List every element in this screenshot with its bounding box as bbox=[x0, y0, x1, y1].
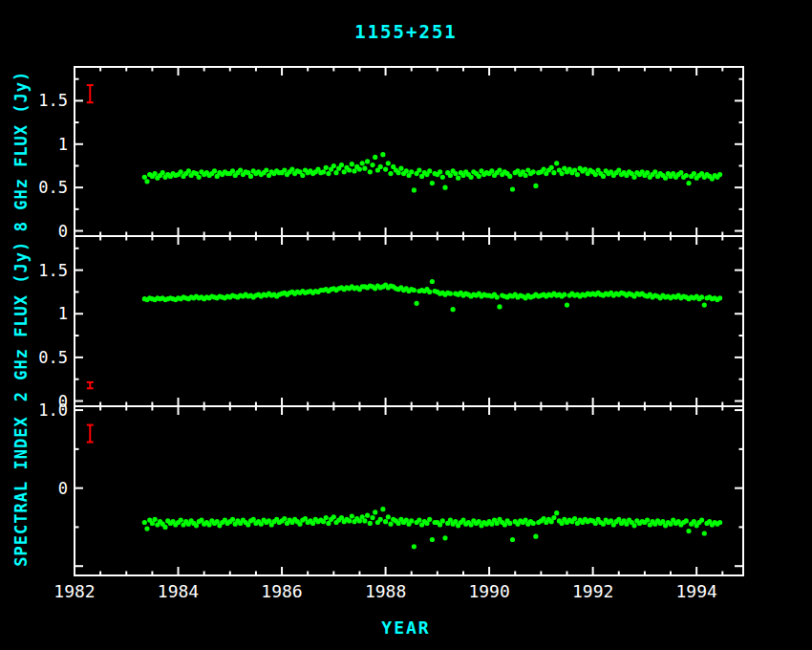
data-point bbox=[238, 167, 243, 172]
data-point bbox=[162, 525, 167, 530]
data-point bbox=[409, 518, 414, 523]
data-point bbox=[663, 176, 668, 181]
data-point bbox=[469, 175, 474, 180]
data-point bbox=[575, 172, 580, 177]
data-point bbox=[373, 509, 377, 514]
x-tick-label: 1984 bbox=[158, 581, 199, 601]
y-tick-label: 0.5 bbox=[38, 348, 68, 367]
data-point bbox=[583, 167, 588, 172]
data-point bbox=[645, 170, 650, 175]
data-point bbox=[427, 517, 432, 522]
data-point bbox=[565, 303, 569, 308]
data-point bbox=[686, 181, 691, 185]
data-point bbox=[347, 518, 352, 523]
data-point bbox=[417, 167, 421, 172]
light-curve-figure: 1155+251 8 GHz FLUX (Jy) 2 GHz FLUX (Jy)… bbox=[0, 0, 812, 650]
data-point bbox=[440, 175, 445, 180]
data-point bbox=[373, 155, 377, 160]
data-point bbox=[684, 173, 689, 178]
data-point bbox=[453, 171, 458, 176]
panel-frame bbox=[75, 406, 743, 575]
data-point bbox=[153, 517, 158, 522]
data-point bbox=[507, 174, 512, 179]
data-point bbox=[197, 175, 202, 180]
data-point bbox=[388, 171, 393, 176]
data-point bbox=[230, 168, 235, 173]
data-point bbox=[448, 173, 453, 178]
data-point bbox=[186, 168, 191, 173]
data-point bbox=[212, 168, 217, 173]
data-point bbox=[144, 527, 149, 531]
data-point bbox=[427, 168, 432, 173]
data-point bbox=[631, 523, 636, 528]
y-tick-label: 1.0 bbox=[38, 401, 68, 420]
data-point bbox=[456, 176, 460, 181]
data-point bbox=[144, 179, 149, 184]
data-point bbox=[347, 167, 352, 172]
data-point bbox=[417, 518, 421, 523]
data-point bbox=[352, 168, 356, 173]
panel-frame bbox=[75, 67, 743, 236]
data-point bbox=[572, 516, 577, 521]
data-point bbox=[430, 537, 435, 542]
data-point bbox=[497, 304, 502, 309]
data-point bbox=[331, 514, 336, 519]
data-point bbox=[339, 162, 344, 167]
data-point bbox=[412, 288, 417, 292]
data-point bbox=[357, 167, 362, 172]
data-point bbox=[717, 520, 722, 525]
x-tick-label: 1990 bbox=[468, 581, 509, 601]
data-point bbox=[489, 168, 494, 173]
data-point bbox=[702, 531, 707, 535]
data-point bbox=[507, 521, 512, 526]
data-point bbox=[324, 165, 329, 170]
data-point bbox=[333, 170, 338, 175]
data-point bbox=[412, 187, 417, 192]
data-point bbox=[686, 529, 691, 533]
y-tick-label: 0 bbox=[58, 222, 68, 241]
data-point bbox=[142, 175, 147, 180]
data-point bbox=[702, 303, 707, 308]
data-point bbox=[331, 163, 336, 168]
data-point bbox=[524, 173, 528, 178]
data-point bbox=[531, 169, 536, 174]
data-point bbox=[554, 161, 559, 165]
data-point bbox=[510, 537, 515, 542]
x-tick-label: 1986 bbox=[261, 581, 302, 601]
data-point bbox=[684, 518, 689, 523]
data-point bbox=[616, 167, 621, 172]
data-point bbox=[593, 172, 598, 177]
data-point bbox=[386, 161, 391, 165]
data-point bbox=[448, 292, 453, 296]
data-point bbox=[324, 515, 329, 520]
data-point bbox=[542, 167, 546, 172]
data-point bbox=[560, 171, 565, 176]
data-point bbox=[264, 167, 268, 172]
data-point bbox=[386, 514, 391, 519]
data-point bbox=[248, 174, 253, 179]
data-point bbox=[699, 518, 704, 523]
data-point bbox=[415, 301, 419, 306]
data-point bbox=[230, 517, 235, 522]
y-tick-label: 0.5 bbox=[38, 178, 68, 197]
data-point bbox=[378, 517, 383, 522]
data-point bbox=[652, 169, 657, 174]
data-point bbox=[396, 170, 401, 175]
data-point bbox=[601, 174, 606, 179]
data-point bbox=[380, 507, 385, 511]
data-point bbox=[289, 167, 294, 172]
data-point bbox=[549, 165, 554, 170]
plot-canvas: 00.511.500.511.51.0019821984198619881990… bbox=[0, 0, 812, 650]
data-point bbox=[378, 164, 383, 169]
data-point bbox=[562, 292, 566, 297]
data-point bbox=[370, 162, 374, 167]
data-point bbox=[442, 535, 447, 540]
data-point bbox=[362, 166, 367, 171]
data-point bbox=[430, 279, 435, 284]
x-tick-label: 1994 bbox=[675, 581, 716, 601]
data-point bbox=[368, 521, 373, 526]
data-point bbox=[699, 294, 704, 299]
data-point bbox=[365, 513, 370, 518]
data-point bbox=[326, 171, 331, 176]
data-point bbox=[383, 519, 388, 524]
